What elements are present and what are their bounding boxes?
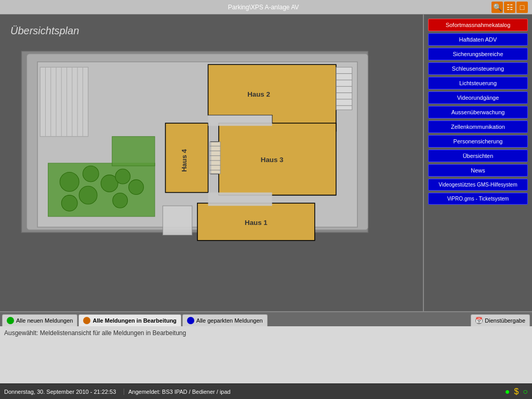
main-area: Übersichtsplan	[0, 15, 532, 311]
content-area: Ausgewählt: Meldelistenansicht für alle …	[0, 326, 532, 383]
sidebar: Sofortmassnahmekatalog Haftdaten ADV Sic…	[423, 15, 532, 311]
geparkte-meldungen-icon	[187, 317, 194, 324]
tab-dienstubergabe[interactable]: 📅 Dienstübergabe	[471, 314, 530, 326]
status-date: Donnerstag, 30. September 2010 - 21:22:5…	[4, 389, 124, 395]
tab-neue-meldungen-label: Alle neuen Meldungen	[16, 317, 73, 324]
meldungen-bearbeitung-icon	[83, 317, 90, 324]
svg-marker-4	[112, 137, 155, 166]
sofortmassnahme-button[interactable]: Sofortmassnahmekatalog	[428, 19, 528, 31]
status-circle-icon: ○	[523, 387, 528, 396]
tab-meldungen-bearbeitung-label: Alle Meldungen in Bearbeitung	[92, 317, 176, 324]
svg-point-9	[61, 195, 77, 211]
tab-neue-meldungen[interactable]: Alle neuen Meldungen	[2, 314, 77, 326]
dienstubergabe-icon: 📅	[475, 317, 483, 324]
title-bar-title: Parking\XPS A-anlage AV	[228, 4, 299, 11]
tab-dienstubergabe-label: Dienstübergabe	[485, 317, 525, 324]
sicherungsbereiche-button[interactable]: Sicherungsbereiche	[428, 48, 528, 60]
svg-rect-46	[208, 193, 272, 206]
tabs-row: Alle neuen Meldungen Alle Meldungen in B…	[0, 312, 532, 326]
videorundgaenge-button[interactable]: Videorundgänge	[428, 91, 528, 104]
personensicherung-button[interactable]: Personensicherung	[428, 135, 528, 148]
uebersichten-button[interactable]: Übersichten	[428, 150, 528, 162]
svg-point-10	[115, 169, 130, 184]
window-icon[interactable]: □	[516, 2, 528, 13]
svg-point-5	[60, 172, 79, 192]
aussenueberwachung-button[interactable]: Aussenüberwachung	[428, 106, 528, 118]
videogestuetztes-button[interactable]: Videogestütztes GMS-Hilfesystem	[428, 179, 528, 191]
svg-point-11	[129, 180, 144, 195]
svg-point-12	[113, 193, 128, 208]
svg-text:Haus 4: Haus 4	[180, 149, 188, 171]
zellenkommunikation-button[interactable]: Zellenkommunikation	[428, 121, 528, 133]
vipro-button[interactable]: ViPRO.gms - Ticketsystem	[428, 193, 528, 205]
schleusensteuerung-button[interactable]: Schleusensteuerung	[428, 62, 528, 75]
neue-meldungen-icon	[7, 317, 14, 324]
floor-plan-container: Übersichtsplan	[0, 15, 423, 311]
svg-point-8	[79, 186, 97, 204]
bottom-area: Alle neuen Meldungen Alle Meldungen in B…	[0, 311, 532, 383]
content-text: Ausgewählt: Meldelistenansicht für alle …	[4, 329, 186, 337]
title-bar: Parking\XPS A-anlage AV 🔍 ☷ □	[0, 0, 532, 15]
svg-rect-13	[40, 67, 88, 136]
floor-plan-svg: Haus 2 Haus 4 Haus 3 Haus 1	[5, 41, 390, 243]
tab-geparkte-meldungen[interactable]: Alle geparkten Meldungen	[182, 314, 268, 326]
tab-geparkte-meldungen-label: Alle geparkten Meldungen	[196, 317, 263, 324]
svg-rect-28	[210, 142, 221, 174]
search-icon[interactable]: 🔍	[491, 2, 503, 13]
svg-point-6	[83, 166, 99, 182]
status-dollar-icon: $	[514, 387, 518, 396]
haftdaten-button[interactable]: Haftdaten ADV	[428, 33, 528, 46]
news-button[interactable]: News	[428, 164, 528, 177]
lichtsteuerung-button[interactable]: Lichtsteuerung	[428, 77, 528, 89]
svg-rect-37	[163, 206, 192, 235]
status-icons: ● $ ○	[505, 387, 528, 396]
status-user: Angemeldet: BS3 IPAD / Bediener / ipad	[124, 389, 505, 395]
status-green-icon: ●	[505, 387, 510, 396]
tab-meldungen-bearbeitung[interactable]: Alle Meldungen in Bearbeitung	[78, 314, 181, 326]
title-bar-icons: 🔍 ☷ □	[491, 2, 528, 13]
floor-plan-title: Übersichtsplan	[10, 25, 79, 37]
status-bar: Donnerstag, 30. September 2010 - 21:22:5…	[0, 383, 532, 399]
svg-text:Haus 2: Haus 2	[247, 90, 270, 98]
svg-rect-45	[208, 115, 272, 126]
filter-icon[interactable]: ☷	[504, 2, 515, 13]
svg-text:Haus 3: Haus 3	[261, 156, 284, 164]
svg-text:Haus 1: Haus 1	[245, 219, 268, 227]
